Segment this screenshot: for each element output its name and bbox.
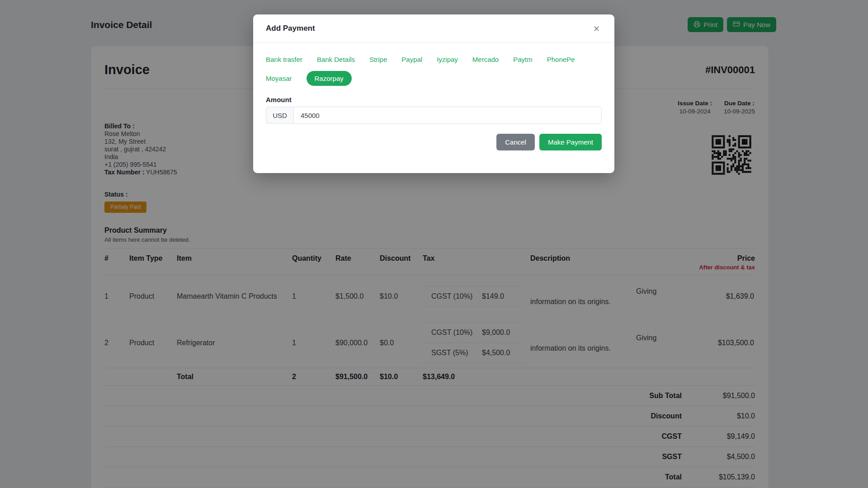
tab-bank-details[interactable]: Bank Details <box>317 54 355 65</box>
close-icon[interactable] <box>591 23 602 34</box>
payment-method-tabs: Bank trasfer Bank Details Stripe Paypal … <box>266 54 602 86</box>
modal-footer: Cancel Make Payment <box>266 134 602 150</box>
tab-iyzipay[interactable]: Iyzipay <box>437 54 458 65</box>
amount-input[interactable] <box>293 107 602 124</box>
tab-moyasar[interactable]: Moyasar <box>266 73 292 84</box>
tab-paytm[interactable]: Paytm <box>513 54 533 65</box>
modal-body: Bank trasfer Bank Details Stripe Paypal … <box>253 43 614 150</box>
cancel-button[interactable]: Cancel <box>496 134 535 150</box>
tab-mercado[interactable]: Mercado <box>472 54 499 65</box>
tab-razorpay[interactable]: Razorpay <box>307 71 352 86</box>
modal-title: Add Payment <box>266 24 315 33</box>
tab-stripe[interactable]: Stripe <box>369 54 387 65</box>
amount-input-group: USD <box>266 107 602 124</box>
add-payment-modal: Add Payment Bank trasfer Bank Details St… <box>253 14 614 173</box>
tab-bank-transfer[interactable]: Bank trasfer <box>266 54 302 65</box>
modal-header: Add Payment <box>253 14 614 43</box>
make-payment-button[interactable]: Make Payment <box>539 134 602 150</box>
tab-paypal[interactable]: Paypal <box>401 54 422 65</box>
amount-label: Amount <box>266 96 602 103</box>
tab-phonepe[interactable]: PhonePe <box>547 54 575 65</box>
currency-prefix: USD <box>266 107 293 124</box>
